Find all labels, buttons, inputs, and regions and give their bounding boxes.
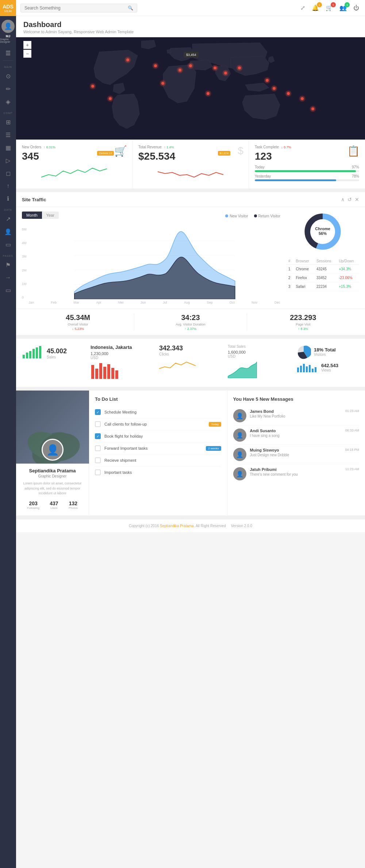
page-header: Dashboard Welcome to Admin Sayang, Respo… — [16, 16, 365, 37]
sidebar-item-chart[interactable]: ↗ — [0, 213, 16, 225]
revenue-badge: $3,874 — [218, 151, 230, 156]
stat-new-orders-change: ↑ 6.31% — [43, 145, 55, 149]
y-3m: 3M — [22, 255, 27, 258]
power-button[interactable]: ⏻ — [352, 3, 361, 13]
pie-chart-small — [296, 344, 311, 359]
sidebar-item-login[interactable]: → — [0, 271, 16, 284]
main-content: Dashboard Welcome to Admin Sayang, Respo… — [16, 0, 365, 532]
stats-row: New Orders ↑ 6.31% 🛒 Orders:12 345 Total… — [16, 140, 365, 189]
x-feb: Feb — [51, 301, 57, 304]
stat-new-orders: New Orders ↑ 6.31% 🛒 Orders:12 345 — [16, 140, 132, 189]
sidebar-item-play[interactable]: ▷ — [0, 154, 16, 167]
sidebar-item-info[interactable]: ℹ — [0, 192, 16, 205]
map-tooltip: $3,454 — [184, 52, 199, 58]
svg-rect-21 — [111, 368, 114, 379]
avatar-andi: 👤 — [233, 429, 246, 442]
year-toggle[interactable]: Year — [42, 212, 59, 219]
sidebar-item-forms[interactable]: ◻ — [0, 167, 16, 180]
x-mei: Mei — [118, 301, 124, 304]
collapse-button[interactable]: ∧ — [341, 197, 345, 202]
total-sales-label: Total Sales — [228, 344, 291, 349]
clicks-label: Clicks — [159, 352, 222, 356]
sidebar-item-calendar[interactable]: ✏ — [0, 83, 16, 95]
svg-rect-18 — [99, 363, 102, 379]
todo-check-2[interactable] — [95, 421, 101, 427]
cart-button[interactable]: 🛒 5 — [324, 3, 334, 13]
dollar-icon: $ — [238, 145, 243, 157]
sidebar-item-dashboard[interactable]: ⊙ — [0, 70, 16, 83]
sidebar-item-flag[interactable]: ⚑ — [0, 259, 16, 271]
svg-rect-12 — [29, 351, 31, 358]
safari-sessions: 22234 — [314, 282, 337, 291]
firefox-sessions: 33452 — [314, 274, 337, 282]
browser-table-header: # Browser Sessions Up/Down — [286, 258, 359, 265]
menu-button[interactable]: ☰ — [3, 47, 13, 59]
site-traffic-section: Site Traffic ∧ ↺ ✕ Month Year — [16, 192, 365, 335]
today-progress: Today 97% — [255, 165, 359, 172]
refresh-button[interactable]: ↺ — [347, 197, 352, 202]
footer-link[interactable]: Septiandika Pratama — [160, 524, 194, 528]
todo-check-6[interactable] — [95, 469, 101, 475]
notifications-button[interactable]: 🔔 1 — [310, 3, 320, 13]
message-content-2: Andi Susanto 06:33 AM I have sing a song — [250, 429, 360, 442]
message-name-1: James Bond — [250, 409, 274, 414]
message-name-4: Jatuh Pribumi — [250, 467, 277, 472]
visitors-pct: 18% Total — [314, 347, 336, 353]
todo-check-4[interactable] — [95, 445, 101, 451]
likes-value: 437 — [50, 500, 58, 506]
page-visit-label: Page Visit — [247, 323, 359, 326]
todo-check-3[interactable]: ✓ — [95, 433, 101, 439]
svg-rect-24 — [297, 368, 299, 372]
month-toggle[interactable]: Month — [22, 212, 42, 219]
close-button[interactable]: ✕ — [355, 197, 359, 202]
svg-rect-20 — [107, 364, 110, 379]
todo-item-2: Call clients for follow-up Today — [95, 418, 221, 430]
expand-button[interactable]: ⤢ — [299, 3, 307, 13]
message-header-1: James Bond 01:23 AM — [250, 409, 360, 414]
profile-role: Graphic Designer — [22, 474, 83, 478]
todo-text-4: Forward Important tasks — [104, 446, 202, 450]
map-zoom-in[interactable]: + — [23, 41, 31, 49]
new-visitor-legend: New Visitor — [225, 214, 248, 218]
safari-name: Safari — [293, 282, 314, 291]
svg-rect-10 — [23, 355, 25, 358]
users-button[interactable]: 👥 3 — [338, 3, 348, 13]
total-sales-card: Total Sales 1,600,000 USD — [228, 344, 291, 381]
sidebar-section-main: MAIN — [4, 66, 12, 68]
safari-change: +15.3% — [337, 282, 359, 291]
map-zoom-out[interactable]: − — [23, 50, 31, 58]
map-pin-11 — [273, 87, 276, 90]
donut-pct: 56% — [319, 231, 327, 236]
views-value: 642.543 — [321, 363, 338, 368]
map-pin-15 — [126, 58, 129, 61]
location-card: Indonesia, Jakarta 1,230,000 USD — [91, 344, 153, 381]
sidebar-item-upload[interactable]: ↑ — [0, 180, 16, 192]
return-visitor-dot — [254, 214, 257, 217]
footer-text2: . All Right Reserved — [194, 524, 226, 528]
chrome-name: Chrome — [293, 265, 314, 274]
svg-rect-29 — [312, 369, 314, 372]
return-visitor-legend: Return Visitor — [254, 214, 280, 218]
sidebar-item-grid[interactable]: ⊞ — [0, 116, 16, 129]
search-input[interactable] — [24, 5, 126, 11]
message-text-3: Just Design new Dribble — [250, 453, 360, 457]
map-pin-10 — [266, 79, 269, 82]
map-controls: + − — [23, 41, 31, 58]
sidebar-item-doc[interactable]: ▭ — [0, 284, 16, 297]
avg-duration-label: Avg. Visitor Duration — [134, 323, 246, 326]
stat-task-value: 123 — [255, 151, 359, 162]
app-name: ADS — [3, 4, 14, 9]
stat-revenue-change: ↑ 1.4% — [164, 145, 174, 149]
visitors-row: 18% Total Visitors — [296, 344, 359, 359]
sidebar-item-monitor[interactable]: ▭ — [0, 238, 16, 251]
todo-check-5[interactable] — [95, 457, 101, 463]
sidebar-item-edit[interactable]: ☰ — [0, 129, 16, 141]
browser-row-chrome: 1 Chrome 43245 +34.3% — [286, 265, 359, 274]
sidebar-item-table[interactable]: ▦ — [0, 141, 16, 154]
sidebar-item-user[interactable]: 👤 — [0, 225, 16, 238]
search-box[interactable]: 🔍 — [20, 4, 137, 12]
sidebar-item-theme[interactable]: ◈ — [0, 95, 16, 108]
message-andi: 👤 Andi Susanto 06:33 AM I have sing a so… — [233, 426, 360, 445]
donut-container: Chrome 56% — [286, 212, 359, 252]
todo-check-1[interactable]: ✓ — [95, 409, 101, 415]
